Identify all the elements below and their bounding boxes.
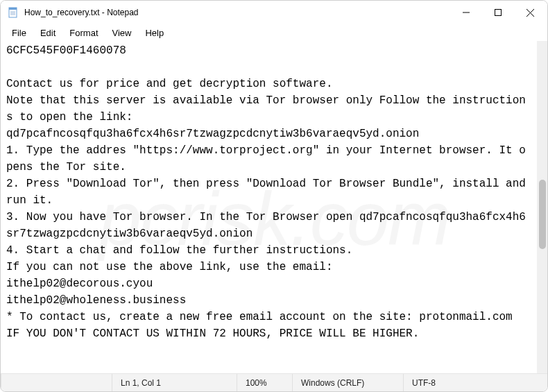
menu-format[interactable]: Format (62, 26, 105, 40)
minimize-button[interactable] (450, 1, 482, 24)
statusbar: Ln 1, Col 1 100% Windows (CRLF) UTF-8 (1, 373, 547, 391)
status-line-ending: Windows (CRLF) (292, 374, 403, 391)
notepad-icon (8, 7, 19, 18)
menubar: File Edit Format View Help (1, 24, 547, 41)
text-editor[interactable]: 6CFC545F00F1460078 Contact us for price … (1, 41, 537, 373)
status-zoom: 100% (237, 374, 292, 391)
scroll-thumb[interactable] (539, 180, 546, 249)
menu-edit[interactable]: Edit (33, 26, 62, 40)
menu-file[interactable]: File (5, 26, 33, 40)
titlebar[interactable]: How_to_recovery.txt - Notepad (1, 1, 547, 24)
close-button[interactable] (514, 1, 546, 24)
status-spacer (1, 374, 112, 391)
status-encoding: UTF-8 (403, 374, 547, 391)
svg-rect-6 (495, 10, 502, 16)
menu-help[interactable]: Help (138, 26, 171, 40)
menu-view[interactable]: View (105, 26, 139, 40)
maximize-button[interactable] (482, 1, 514, 24)
window-controls (450, 1, 546, 24)
status-line-col: Ln 1, Col 1 (112, 374, 237, 391)
notepad-window: How_to_recovery.txt - Notepad File Edit … (0, 0, 548, 392)
window-title: How_to_recovery.txt - Notepad (24, 8, 450, 17)
vertical-scrollbar[interactable] (537, 41, 547, 373)
editor-container: 6CFC545F00F1460078 Contact us for price … (1, 41, 547, 373)
svg-rect-1 (9, 8, 17, 10)
